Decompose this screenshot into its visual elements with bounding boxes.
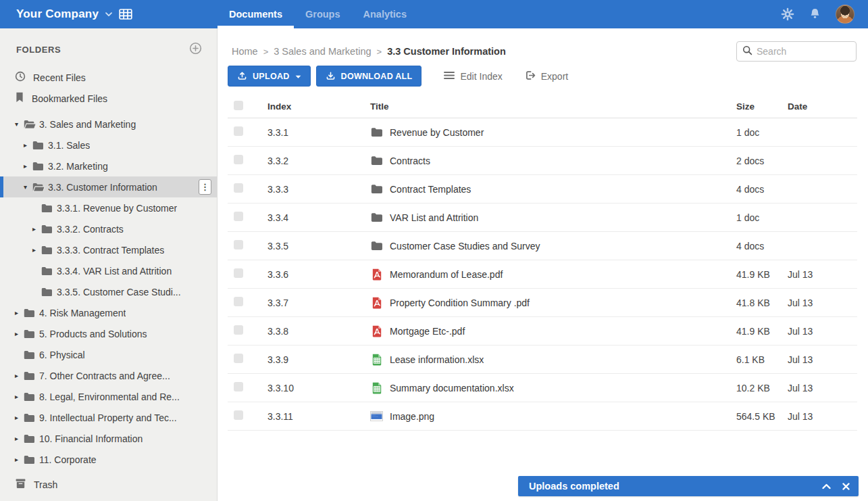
- row-checkbox[interactable]: [234, 410, 243, 420]
- table-row[interactable]: 3.3.5Customer Case Studies and Survey4 d…: [228, 232, 857, 260]
- folder-tree-item[interactable]: 3.3.5. Customer Case Studi...: [0, 281, 217, 302]
- row-checkbox[interactable]: [234, 325, 243, 335]
- folder-tree-item[interactable]: 3.3.4. VAR List and Attrition: [0, 260, 217, 281]
- caret-right-icon[interactable]: ▸: [32, 246, 41, 254]
- folder-tree-item[interactable]: ▾3.3. Customer Information⋮: [0, 176, 217, 197]
- caret-right-icon[interactable]: ▸: [15, 456, 24, 463]
- breadcrumb-current-folder: 3.3 Customer Information: [387, 46, 506, 57]
- select-all-checkbox[interactable]: [234, 101, 243, 110]
- caret-right-icon[interactable]: ▸: [32, 225, 41, 233]
- pdf-file-icon: [370, 268, 383, 281]
- caret-down-icon[interactable]: ▾: [15, 120, 24, 128]
- add-folder-icon[interactable]: [189, 42, 202, 57]
- column-header-date[interactable]: Date: [788, 101, 857, 112]
- table-row[interactable]: 3.3.10Summary documentation.xlsx10.2 KBJ…: [228, 374, 857, 402]
- sidebar-item-bookmarked-files[interactable]: Bookmarked Files: [0, 88, 217, 109]
- folder-tree-item[interactable]: ▾3. Sales and Marketing: [0, 114, 217, 135]
- edit-index-button[interactable]: Edit Index: [444, 71, 502, 82]
- folder-tree-item[interactable]: ▸8. Legal, Environmental and Re...: [0, 386, 217, 407]
- table-row[interactable]: 3.3.8Mortgage Etc-.pdf41.9 KBJul 13: [228, 317, 857, 345]
- download-icon: [326, 70, 336, 82]
- tab-groups[interactable]: Groups: [294, 0, 352, 28]
- folder-label: 3. Sales and Marketing: [39, 119, 136, 130]
- sidebar-item-recent-files[interactable]: Recent Files: [0, 67, 217, 88]
- upload-button[interactable]: UPLOAD: [228, 66, 311, 87]
- row-checkbox[interactable]: [234, 183, 243, 193]
- caret-right-icon[interactable]: ▸: [24, 162, 32, 170]
- folder-tree-item[interactable]: ▸5. Products and Solutions: [0, 323, 217, 344]
- download-all-button[interactable]: DOWNLOAD ALL: [316, 66, 422, 87]
- caret-right-icon[interactable]: ▸: [15, 309, 24, 316]
- caret-right-icon[interactable]: ▸: [15, 414, 24, 421]
- nav-tabs: DocumentsGroupsAnalytics: [218, 0, 418, 28]
- pdf-file-icon: [370, 297, 383, 309]
- folder-tree-item[interactable]: ▸10. Financial Information: [0, 428, 217, 449]
- column-header-size[interactable]: Size: [736, 101, 788, 112]
- caret-right-icon[interactable]: ▸: [15, 435, 24, 442]
- folder-tree-item[interactable]: ▸3.2. Marketing: [0, 156, 217, 176]
- search-box[interactable]: [736, 41, 857, 62]
- row-checkbox[interactable]: [234, 155, 243, 164]
- folder-tree-item[interactable]: ▸3.3.2. Contracts: [0, 218, 217, 239]
- folder-tree-item[interactable]: 3.3.1. Revenue by Customer: [0, 197, 217, 218]
- row-size: 2 docs: [736, 156, 788, 166]
- collapse-chevron-up-icon[interactable]: [822, 483, 831, 490]
- row-checkbox-cell: [228, 155, 267, 166]
- folder-label: 8. Legal, Environmental and Re...: [39, 391, 180, 402]
- list-lines-icon: [444, 71, 455, 82]
- row-checkbox-cell: [228, 240, 267, 252]
- row-title-cell: Summary documentation.xlsx: [370, 382, 736, 394]
- caret-right-icon[interactable]: ▸: [24, 141, 32, 149]
- breadcrumb-parent-folder[interactable]: 3 Sales and Marketing: [274, 46, 371, 57]
- row-checkbox[interactable]: [234, 297, 243, 306]
- company-switcher[interactable]: Your Company: [0, 0, 218, 28]
- table-row[interactable]: 3.3.3Contract Templates4 docs: [228, 175, 857, 204]
- table-row[interactable]: 3.3.9Lease information.xlsx6.1 KBJul 13: [228, 345, 857, 374]
- table-row[interactable]: 3.3.7Property Condition Summary .pdf41.8…: [228, 289, 857, 317]
- row-checkbox[interactable]: [234, 268, 243, 278]
- folder-tree-item[interactable]: ▸9. Intellectual Property and Tec...: [0, 407, 217, 428]
- caret-right-icon[interactable]: ▸: [15, 372, 24, 379]
- row-checkbox[interactable]: [234, 212, 243, 221]
- row-checkbox[interactable]: [234, 240, 243, 249]
- folder-tree-item[interactable]: ▸3.1. Sales: [0, 135, 217, 156]
- folder-tree-item[interactable]: 6. Physical: [0, 344, 217, 365]
- upload-dropdown-caret-icon: [295, 72, 301, 81]
- tab-analytics[interactable]: Analytics: [352, 0, 418, 28]
- sidebar-item-trash[interactable]: Trash: [0, 474, 217, 495]
- table-row[interactable]: 3.3.1Revenue by Customer1 doc: [228, 118, 857, 147]
- caret-right-icon[interactable]: ▸: [15, 393, 24, 400]
- folder-menu-button[interactable]: ⋮: [199, 179, 211, 195]
- folder-tree-item[interactable]: ▸4. Risk Management: [0, 302, 217, 323]
- column-header-index[interactable]: Index: [267, 101, 370, 112]
- notifications-bell-icon[interactable]: [809, 7, 821, 21]
- row-size: 4 docs: [736, 241, 788, 252]
- table-row[interactable]: 3.3.6Memorandum of Lease.pdf41.9 KBJul 1…: [228, 260, 857, 289]
- export-icon: [525, 70, 536, 82]
- quick-item-label: Recent Files: [33, 72, 86, 83]
- tab-documents[interactable]: Documents: [218, 0, 294, 28]
- folder-tree-item[interactable]: ▸7. Other Contracts and Agree...: [0, 365, 217, 386]
- breadcrumb-home[interactable]: Home: [232, 46, 258, 57]
- export-button[interactable]: Export: [525, 70, 568, 82]
- settings-gear-icon[interactable]: [781, 7, 794, 21]
- search-input[interactable]: [757, 46, 850, 57]
- row-size: 1 doc: [736, 212, 788, 223]
- row-title: VAR List and Attrition: [390, 212, 478, 223]
- folder-label: 11. Corporate: [39, 454, 97, 465]
- grid-view-icon[interactable]: [119, 8, 132, 20]
- table-row[interactable]: 3.3.4VAR List and Attrition1 doc: [228, 204, 857, 232]
- table-row[interactable]: 3.3.2Contracts2 docs: [228, 147, 857, 175]
- folder-icon: [24, 350, 39, 360]
- close-icon[interactable]: [842, 483, 850, 490]
- caret-right-icon[interactable]: ▸: [15, 330, 24, 337]
- table-row[interactable]: 3.3.11Image.png564.5 KBJul 13: [228, 402, 857, 431]
- caret-down-icon[interactable]: ▾: [24, 183, 32, 191]
- row-checkbox[interactable]: [234, 126, 243, 136]
- column-header-title[interactable]: Title: [370, 101, 736, 112]
- folder-tree-item[interactable]: ▸3.3.3. Contract Templates: [0, 239, 217, 260]
- user-avatar[interactable]: [836, 5, 854, 24]
- row-checkbox[interactable]: [234, 354, 243, 363]
- row-checkbox[interactable]: [234, 382, 243, 391]
- folder-tree-item[interactable]: ▸11. Corporate: [0, 449, 217, 470]
